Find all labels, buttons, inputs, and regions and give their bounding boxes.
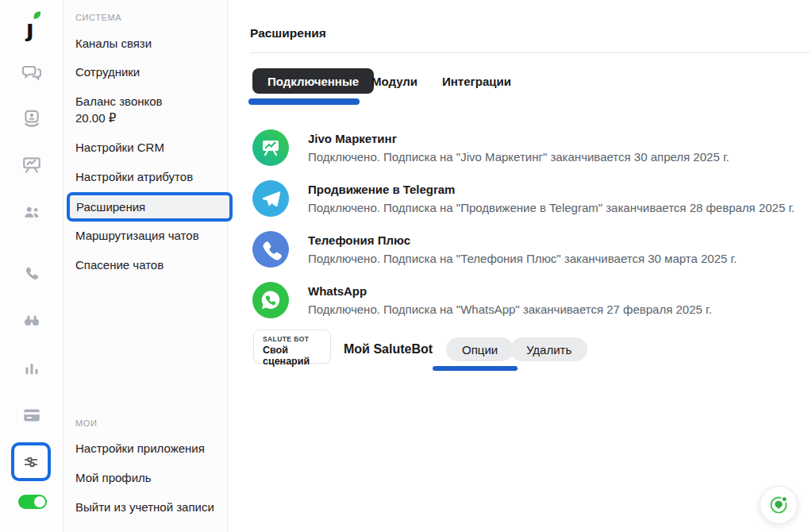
extensions-page: Расширения Подключенные Модули Интеграци…	[228, 0, 812, 532]
tab-modules[interactable]: Модули	[371, 75, 418, 88]
page-title: Расширения	[250, 26, 326, 40]
list-item-telephony-plus[interactable]: Телефония Плюс Подключено. Подписка на "…	[252, 231, 795, 268]
settings-sliders-icon	[21, 453, 40, 472]
section-header-system: СИСТЕМА	[75, 13, 121, 22]
extensions-list: Jivo Маркетинг Подключено. Подписка на "…	[252, 129, 795, 333]
sidebar-item-chat-rescue[interactable]: Спасение чатов	[75, 258, 164, 272]
settings-nav-highlighted[interactable]	[11, 442, 51, 481]
sidebar-item-extensions-selected[interactable]: Расширения	[67, 192, 233, 222]
sidebar-item-call-balance[interactable]: Баланс звонков 20.00 ₽	[75, 94, 163, 125]
phone-icon[interactable]	[21, 263, 43, 285]
list-item-whatsapp[interactable]: WhatsApp Подключено. Подписка на "WhatsA…	[252, 282, 795, 318]
toggle-knob	[34, 496, 45, 507]
call-balance-value: 20.00 ₽	[75, 111, 163, 125]
whatsapp-icon	[252, 282, 289, 318]
list-item-telegram[interactable]: Продвижение в Telegram Подключено. Подпи…	[252, 180, 795, 217]
jivo-logo[interactable]: ȷ	[18, 10, 45, 41]
active-tab-underline	[248, 98, 360, 105]
extension-subtitle: Подключено. Подписка на "Jivo Маркетинг"…	[308, 150, 729, 164]
icon-rail: ȷ	[0, 0, 63, 532]
sidebar-item-crm-settings[interactable]: Настройки CRM	[75, 141, 164, 154]
salutebot-card-scenario: Свой сценарий	[263, 345, 330, 367]
extension-title: Продвижение в Telegram	[308, 183, 795, 196]
extension-title: WhatsApp	[308, 284, 712, 298]
sidebar-item-my-profile[interactable]: Мой профиль	[75, 471, 152, 484]
salutebot-card-label: SALUTE БОТ	[263, 335, 330, 343]
telegram-icon	[252, 180, 289, 217]
sidebar-item-channels[interactable]: Каналы связи	[75, 37, 152, 50]
extension-subtitle: Подключено. Подписка на "Продвижение в T…	[308, 201, 795, 214]
jivo-marketing-icon	[252, 129, 289, 166]
svg-text:ȷ: ȷ	[25, 15, 33, 41]
chats-icon[interactable]	[21, 61, 43, 83]
extension-subtitle: Подключено. Подписка на "Телефония Плюс"…	[308, 252, 737, 265]
tab-connected[interactable]: Подключенные	[252, 68, 374, 94]
settings-menu: СИСТЕМА Каналы связи Сотрудники Баланс з…	[63, 0, 228, 532]
title-divider	[250, 52, 810, 53]
list-item-jivo-marketing[interactable]: Jivo Маркетинг Подключено. Подписка на "…	[252, 129, 795, 166]
sidebar-item-app-settings[interactable]: Настройки приложения	[75, 441, 205, 455]
billing-icon[interactable]	[21, 404, 43, 426]
jivo-widget-icon	[760, 486, 797, 524]
jivo-widget-button[interactable]	[760, 486, 798, 524]
telephony-plus-icon	[252, 231, 289, 268]
sidebar-item-logout[interactable]: Выйти из учетной записи	[75, 500, 214, 514]
extension-title: Телефония Плюс	[308, 233, 737, 247]
options-button[interactable]: Опции	[446, 337, 514, 361]
salutebot-card[interactable]: SALUTE БОТ Свой сценарий	[253, 330, 331, 364]
salutebot-highlight-underline	[433, 366, 518, 371]
tab-integrations[interactable]: Интеграции	[442, 75, 511, 88]
team-icon[interactable]	[21, 202, 43, 224]
salutebot-name: Мой SaluteBot	[344, 342, 433, 357]
sidebar-item-chat-routing[interactable]: Маршрутизация чатов	[75, 229, 199, 242]
extension-subtitle: Подключено. Подписка на "WhatsApp" закан…	[308, 303, 712, 316]
sidebar-item-attributes[interactable]: Настройки атрибутов	[75, 170, 193, 183]
delete-button[interactable]: Удалить	[510, 337, 587, 361]
extension-title: Jivo Маркетинг	[308, 132, 729, 145]
sidebar-item-employees[interactable]: Сотрудники	[75, 65, 140, 79]
status-toggle[interactable]	[18, 495, 47, 509]
contacts-icon[interactable]	[21, 107, 43, 129]
binoculars-icon[interactable]	[21, 310, 43, 332]
section-header-my: МОИ	[75, 418, 97, 428]
stats-icon[interactable]	[21, 357, 43, 380]
presentation-icon[interactable]	[21, 154, 43, 176]
